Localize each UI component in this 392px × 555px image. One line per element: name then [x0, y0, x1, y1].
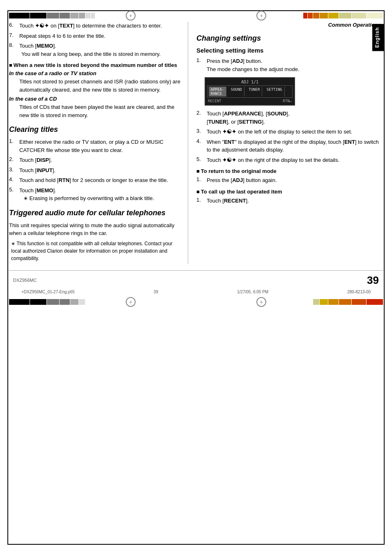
border-top [7, 10, 385, 11]
deco-bot-6 [79, 299, 85, 305]
last-operated-step-text: Touch [RECENT]. [207, 197, 383, 205]
cd-text: Titles of CDs that have been played the … [19, 103, 182, 119]
sel-step-1-num: 1. [196, 57, 207, 73]
deco-stripe-left [9, 13, 122, 18]
sel-step-1-sub: The mode changes to the adjust mode. [207, 66, 299, 72]
radio-tv-text: Titles not stored to preset channels and… [19, 78, 182, 94]
return-mode-section: To return to the original mode 1. Press … [196, 168, 383, 184]
deco-block-r7 [352, 13, 366, 18]
deco-block-2 [30, 13, 46, 18]
clear-step-5-note: ∗ Erasing is performed by overwriting wi… [23, 195, 154, 201]
sel-step-5-num: 5. [196, 156, 207, 164]
deco-bot-r6 [367, 299, 383, 305]
clear-step-1-num: 1. [9, 138, 19, 154]
sel-step-4-num: 4. [196, 138, 207, 154]
border-right [384, 10, 385, 545]
deco-bot-2 [30, 299, 46, 305]
border-left [7, 10, 8, 545]
deco-bot-r2 [320, 299, 328, 305]
deco-bot-r1 [313, 299, 319, 305]
clear-step-3: 3. Touch [INPUT]. [9, 166, 182, 175]
print-page: 39 [154, 290, 158, 294]
deco-block-5 [70, 13, 78, 18]
adj-display-top: ADJ 1/1 [207, 80, 293, 84]
new-title-header: When a new title is stored beyond the ma… [9, 62, 182, 68]
clear-step-3-num: 3. [9, 166, 19, 175]
clear-step-1: 1. Either receive the radio or TV statio… [9, 138, 182, 154]
adj-recent-label: RECENT [208, 99, 221, 103]
column-divider [188, 22, 188, 264]
radio-tv-header: In the case of a radio or TV station [9, 70, 182, 76]
deco-block-r2 [308, 13, 313, 18]
clear-step-4-text: Touch and hold [RTN] for 2 seconds or lo… [19, 176, 182, 184]
deco-bot-r5 [352, 299, 366, 305]
step-7-num: 7. [9, 32, 19, 40]
sel-step-2-text: Touch [APPEARANCE], [SOUND],[TUNER], or … [207, 110, 383, 126]
print-info: +DXZ956MC_01-27-Eng.p65 [21, 290, 75, 294]
deco-block-r6 [339, 13, 351, 18]
top-decorative-row [9, 12, 383, 20]
clear-step-4-num: 4. [9, 176, 19, 184]
deco-stripe-bottom-left [9, 299, 122, 305]
deco-stripe-bottom-right [270, 299, 383, 305]
sel-step-2-num: 2. [196, 110, 207, 126]
deco-bot-r4 [339, 299, 351, 305]
page-wrapper: 6. Touch ✦☯✦ on [TEXT] to determine the … [0, 0, 392, 555]
deco-block-r3 [313, 13, 319, 18]
intro-steps: 6. Touch ✦☯✦ on [TEXT] to determine the … [9, 22, 182, 58]
clear-step-5: 5. Touch [MEMO]. ∗ Erasing is performed … [9, 187, 182, 203]
last-operated-step-num: 1. [196, 197, 207, 205]
clear-step-5-text: Touch [MEMO]. ∗ Erasing is performed by … [19, 187, 182, 203]
clearing-titles-heading: Clearing titles [9, 125, 182, 134]
deco-block-r5 [328, 13, 339, 18]
deco-block-r8 [367, 13, 383, 18]
clearing-titles-section: Clearing titles 1. Either receive the ra… [9, 125, 182, 203]
deco-block-r4 [320, 13, 328, 18]
new-title-section: When a new title is stored beyond the ma… [9, 62, 182, 119]
adj-tab-tuner: TUNER [247, 87, 262, 97]
model-number: DXZ956MC [13, 278, 37, 283]
selecting-items-heading: Selecting setting items [196, 47, 383, 54]
step-6-num: 6. [9, 22, 19, 30]
sel-step-3-text: Touch ✦☯✦ on the left of the display to … [207, 128, 383, 136]
adj-tab-appearance: APPEA-RANCE [209, 87, 227, 97]
clear-step-5-num: 5. [9, 187, 19, 203]
sel-step-2: 2. Touch [APPEARANCE], [SOUND],[TUNER], … [196, 110, 383, 126]
deco-stripe-right [270, 13, 383, 18]
last-operated-step: 1. Touch [RECENT]. [196, 197, 383, 205]
deco-bot-4 [60, 299, 70, 305]
step-6-text: Touch ✦☯✦ on [TEXT] to determine the cha… [19, 22, 182, 30]
step-7-text: Repeat steps 4 to 6 to enter the title. [19, 32, 182, 40]
adj-tab-empty [287, 87, 291, 97]
sel-step-5: 5. Touch ✦☯✦ on the right of the display… [196, 156, 383, 164]
compass-bottom-left [126, 297, 136, 307]
deco-block-4 [60, 13, 70, 18]
step-8: 8. Touch [MEMO]. You will hear a long be… [9, 42, 182, 58]
step-7: 7. Repeat steps 4 to 6 to enter the titl… [9, 32, 182, 40]
step-8-subtext: You will hear a long beep, and the title… [21, 51, 161, 57]
sel-step-5-text: Touch ✦☯✦ on the right of the display to… [207, 156, 383, 164]
triggered-audio-note: This function is not compatible with all… [11, 240, 182, 262]
step-8-num: 8. [9, 42, 19, 58]
adj-rtn-label: RTN↵ [283, 99, 292, 103]
triggered-audio-text: This unit requires special wiring to mut… [9, 221, 182, 237]
inner-content: 6. Touch ✦☯✦ on [TEXT] to determine the … [9, 12, 383, 541]
changing-settings-title: Changing settings [196, 34, 383, 43]
print-code: 280-8213-00 [347, 290, 371, 294]
left-column: 6. Touch ✦☯✦ on [TEXT] to determine the … [9, 22, 186, 264]
sel-step-1-text: Press the [ADJ] button. The mode changes… [207, 57, 383, 73]
last-operated-header: To call up the last operated item [196, 189, 383, 195]
selecting-items-section: Selecting setting items 1. Press the [AD… [196, 47, 383, 164]
adj-tab-setting: SETTING [265, 87, 285, 97]
sel-step-4: 4. When "ENT" is displayed at the right … [196, 138, 383, 154]
adj-display: ADJ 1/1 APPEA-RANCE SOUND TUNER SETTING … [205, 77, 295, 106]
sel-step-3: 3. Touch ✦☯✦ on the left of the display … [196, 128, 383, 136]
triggered-audio-section: Triggered audio mute for cellular teleph… [9, 209, 182, 262]
bottom-decorative-row [9, 298, 383, 306]
deco-bot-1 [9, 299, 30, 305]
english-tab: English [372, 24, 384, 51]
page-footer-info: +DXZ956MC_01-27-Eng.p65 39 1/27/05, 6:05… [9, 288, 383, 296]
clear-step-2: 2. Touch [DISP]. [9, 156, 182, 164]
compass-top-left [126, 11, 136, 21]
common-ops-header: Common Operations [196, 22, 383, 28]
